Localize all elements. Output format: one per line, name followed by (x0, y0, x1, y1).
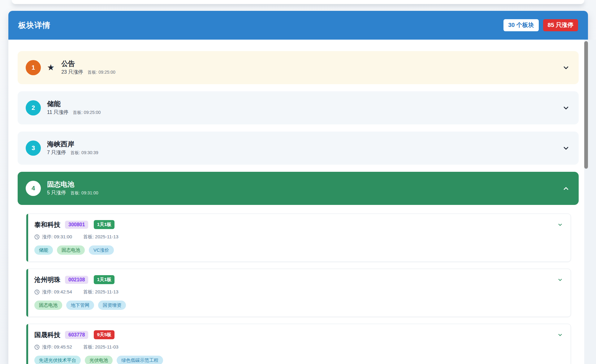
stock-meta: 涨停: 09:45:52 首板: 2025-11-03 (34, 344, 563, 350)
tag-row: 储能 固态电池 VC涨价 (34, 245, 563, 255)
sector-row-chuneng[interactable]: 2 储能 11 只涨停 首板: 09:25:00 (18, 91, 579, 124)
tag-row: 固态电池 地下管网 国资增资 (34, 301, 563, 310)
chevron-down-icon[interactable] (558, 332, 563, 337)
clock-icon (34, 234, 40, 240)
sector-limit-up-count: 11 只涨停 (47, 109, 68, 116)
stock-name: 泰和科技 (34, 220, 60, 229)
sector-detail-panel: 板块详情 30 个板块 85 只涨停 1 ★ 公告 23 只涨停 首板: 09:… (8, 11, 588, 364)
limit-up-time: 涨停: 09:31:00 (42, 234, 72, 240)
sector-list: 1 ★ 公告 23 只涨停 首板: 09:25:00 2 储能 11 只涨停 (8, 40, 588, 364)
previous-card-edge (12, 0, 584, 4)
stock-name: 国晟科技 (34, 331, 60, 339)
stock-code-badge: 603778 (65, 331, 88, 339)
sector-text: 固态电池 5 只涨停 首板: 09:31:00 (47, 180, 98, 196)
stock-list: 泰和科技 300801 1天1板 涨停: 09:31:00 首板: 2025-1… (26, 214, 571, 364)
concept-tag[interactable]: 固态电池 (57, 245, 85, 255)
sector-name: 公告 (61, 60, 115, 67)
sector-name: 海峡西岸 (47, 140, 98, 148)
page-title: 板块详情 (18, 20, 50, 30)
stock-card[interactable]: 泰和科技 300801 1天1板 涨停: 09:31:00 首板: 2025-1… (26, 214, 571, 262)
sector-name: 固态电池 (47, 180, 98, 188)
first-board-date: 首板: 2025-11-13 (83, 289, 119, 295)
tag-row: 先进光伏技术平台 光伏电池 绿色低碳示范工程 (34, 356, 563, 364)
sector-row-gonggao[interactable]: 1 ★ 公告 23 只涨停 首板: 09:25:00 (18, 51, 579, 84)
limit-up-time: 涨停: 09:42:54 (42, 289, 72, 295)
stock-name: 沧州明珠 (34, 275, 60, 284)
sector-count-badge: 30 个板块 (503, 19, 538, 31)
stock-code-badge: 002108 (65, 276, 88, 284)
board-streak-badge: 1天1板 (94, 220, 114, 229)
sector-row-haixia-xian[interactable]: 3 海峡西岸 7 只涨停 首板: 09:30:39 (18, 132, 579, 165)
sector-limit-up-count: 23 只涨停 (61, 69, 83, 76)
concept-tag[interactable]: 绿色低碳示范工程 (117, 356, 163, 364)
rank-badge: 1 (26, 60, 41, 75)
stock-meta: 涨停: 09:42:54 首板: 2025-11-13 (34, 289, 563, 295)
sector-first-board-time: 首板: 09:25:00 (87, 70, 115, 75)
concept-tag[interactable]: 储能 (34, 245, 53, 255)
sector-text: 储能 11 只涨停 首板: 09:25:00 (47, 100, 101, 116)
sector-text: 公告 23 只涨停 首板: 09:25:00 (61, 60, 115, 76)
card-accent-bar (26, 214, 28, 262)
limit-up-time: 涨停: 09:45:52 (42, 344, 72, 350)
concept-tag[interactable]: 固态电池 (34, 301, 62, 310)
stock-code-badge: 300801 (65, 221, 88, 229)
stock-meta: 涨停: 09:31:00 首板: 2025-11-13 (34, 234, 563, 240)
rank-badge: 4 (26, 181, 41, 196)
panel-header: 板块详情 30 个板块 85 只涨停 (8, 11, 588, 40)
scrollbar-thumb[interactable] (584, 41, 588, 169)
sector-text: 海峡西岸 7 只涨停 首板: 09:30:39 (47, 140, 98, 156)
concept-tag[interactable]: 地下管网 (66, 301, 94, 310)
chevron-down-icon[interactable] (558, 222, 563, 227)
sector-name: 储能 (47, 100, 101, 108)
first-board-date: 首板: 2025-11-03 (83, 344, 119, 350)
chevron-up-icon[interactable] (563, 185, 569, 192)
chevron-down-icon[interactable] (563, 64, 569, 71)
star-icon: ★ (47, 63, 54, 72)
stock-card[interactable]: 国晟科技 603778 9天5板 涨停: 09:45:52 首板: 2025-1… (26, 324, 571, 364)
board-streak-badge: 9天5板 (94, 330, 114, 339)
concept-tag[interactable]: 先进光伏技术平台 (34, 356, 81, 364)
limit-up-count-badge: 85 只涨停 (543, 19, 578, 31)
sector-limit-up-count: 5 只涨停 (47, 190, 66, 196)
chevron-down-icon[interactable] (563, 105, 569, 111)
card-accent-bar (26, 269, 28, 317)
sector-first-board-time: 首板: 09:31:00 (70, 190, 98, 196)
chevron-down-icon[interactable] (558, 277, 563, 282)
rank-badge: 2 (26, 100, 41, 115)
chevron-down-icon[interactable] (563, 145, 569, 152)
sector-row-gutai-dianchi[interactable]: 4 固态电池 5 只涨停 首板: 09:31:00 (18, 172, 579, 205)
concept-tag[interactable]: 国资增资 (98, 301, 126, 310)
sector-first-board-time: 首板: 09:30:39 (70, 150, 98, 156)
first-board-date: 首板: 2025-11-13 (83, 234, 119, 240)
board-streak-badge: 1天1板 (94, 275, 114, 284)
concept-tag[interactable]: 光伏电池 (85, 356, 113, 364)
clock-icon (34, 344, 40, 350)
stock-card[interactable]: 沧州明珠 002108 1天1板 涨停: 09:42:54 首板: 2025-1… (26, 269, 571, 317)
card-accent-bar (26, 324, 28, 364)
rank-badge: 3 (26, 141, 41, 156)
sector-first-board-time: 首板: 09:25:00 (73, 110, 101, 115)
header-badges: 30 个板块 85 只涨停 (503, 19, 578, 31)
sector-limit-up-count: 7 只涨停 (47, 150, 66, 156)
concept-tag[interactable]: VC涨价 (89, 245, 114, 255)
clock-icon (34, 289, 40, 295)
